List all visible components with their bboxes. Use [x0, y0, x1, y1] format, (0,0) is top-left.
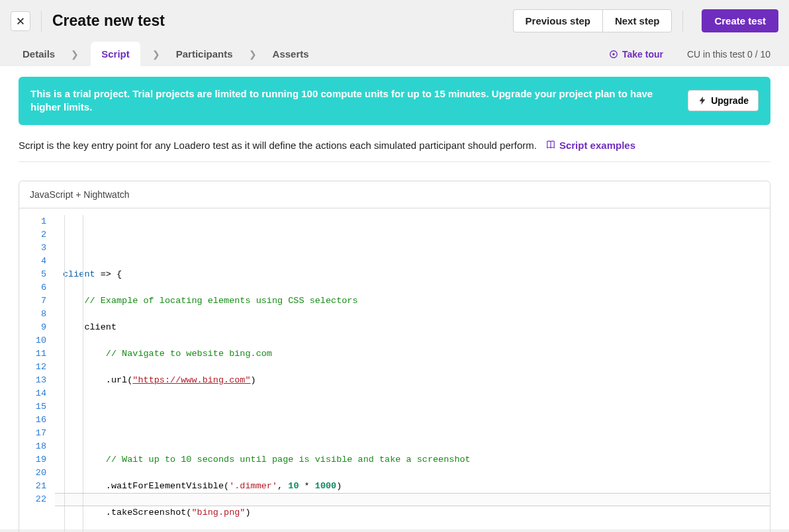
code-area[interactable]: client => { // Example of locating eleme…	[55, 208, 770, 533]
lightning-icon	[698, 96, 707, 105]
cu-count: CU in this test 0 / 10	[687, 49, 770, 60]
trial-banner: This is a trial project. Trial projects …	[19, 77, 770, 125]
chevron-right-icon: ❯	[249, 49, 257, 60]
script-examples-link[interactable]: Script examples	[546, 140, 635, 151]
header: Create new test Previous step Next step …	[0, 0, 789, 42]
divider	[682, 11, 683, 32]
previous-step-button[interactable]: Previous step	[513, 9, 602, 32]
tabs: Details ❯ Script ❯ Participants ❯ Assert…	[0, 42, 789, 66]
code-editor[interactable]: JavaScript + Nightwatch 1234567891011121…	[19, 181, 770, 533]
step-buttons: Previous step Next step	[513, 9, 673, 32]
chevron-right-icon: ❯	[152, 49, 160, 60]
create-test-button[interactable]: Create test	[702, 9, 778, 32]
close-icon	[16, 17, 25, 26]
upgrade-button[interactable]: Upgrade	[688, 90, 759, 111]
target-icon	[609, 50, 618, 59]
upgrade-label: Upgrade	[711, 95, 749, 106]
close-button[interactable]	[11, 11, 30, 31]
take-tour-link[interactable]: Take tour	[609, 49, 663, 60]
page-title: Create new test	[52, 12, 502, 30]
script-examples-label: Script examples	[559, 140, 635, 151]
description-text: Script is the key entry point for any Lo…	[19, 140, 537, 151]
editor-language-label: JavaScript + Nightwatch	[19, 181, 770, 208]
next-step-button[interactable]: Next step	[602, 9, 673, 32]
book-icon	[546, 140, 555, 150]
chevron-right-icon: ❯	[71, 49, 79, 60]
editor-body[interactable]: 12345678910111213141516171819202122 clie…	[19, 208, 770, 533]
description-row: Script is the key entry point for any Lo…	[19, 140, 770, 162]
trial-banner-text: This is a trial project. Trial projects …	[30, 87, 677, 114]
tab-script[interactable]: Script	[91, 42, 140, 66]
tab-participants[interactable]: Participants	[172, 42, 237, 66]
tab-asserts[interactable]: Asserts	[269, 42, 313, 66]
take-tour-label: Take tour	[622, 49, 663, 60]
divider	[41, 11, 42, 32]
main: This is a trial project. Trial projects …	[0, 66, 789, 529]
tab-details[interactable]: Details	[19, 42, 59, 66]
line-gutter: 12345678910111213141516171819202122	[19, 208, 55, 533]
svg-point-1	[612, 53, 615, 56]
